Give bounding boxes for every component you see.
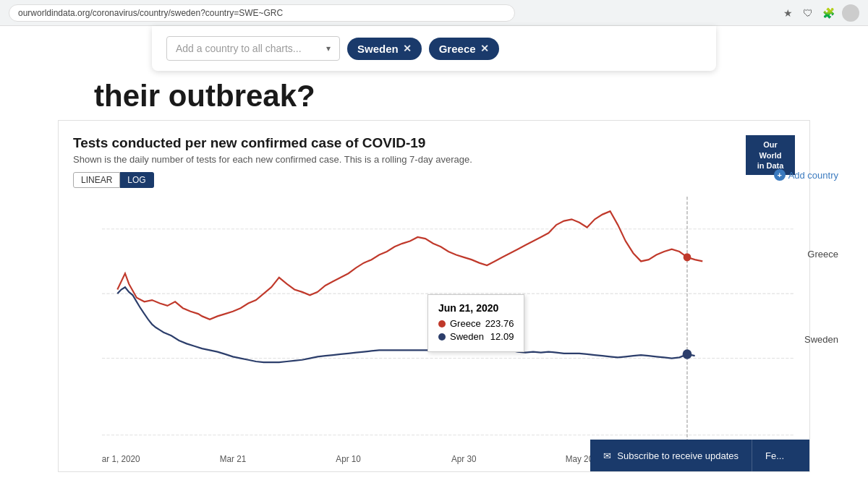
plus-icon: + (774, 169, 786, 181)
svg-point-9 (684, 254, 692, 262)
chart-tooltip: Jun 21, 2020 Greece 223.76 Sweden 12.09 (427, 294, 524, 352)
page-content: Add a country to all charts... ▾ Sweden … (0, 26, 868, 488)
chevron-down-icon: ▾ (326, 43, 331, 53)
sweden-dot (438, 333, 446, 341)
shield-icon[interactable]: 🛡 (801, 7, 814, 20)
add-country-label: Add country (788, 170, 838, 181)
svg-point-10 (683, 350, 692, 359)
chart-area: 1,000 100 10 1 Mar 1, 2020 Mar 21 Apr 10 (102, 197, 795, 471)
add-country-button[interactable]: + Add country (774, 169, 838, 181)
log-button[interactable]: LOG (120, 172, 153, 188)
subscribe-label: Subscribe to receive updates (617, 450, 739, 461)
tooltip-date: Jun 21, 2020 (438, 302, 514, 314)
chart-title: Tests conducted per new confirmed case o… (73, 135, 795, 151)
tooltip-greece-label: Greece (450, 318, 481, 329)
sweden-label: Sweden (357, 43, 399, 55)
sweden-tag[interactable]: Sweden ✕ (347, 38, 422, 60)
avatar[interactable] (842, 4, 859, 22)
feedback-label: Fe... (765, 450, 784, 461)
country-bar: Add a country to all charts... ▾ Sweden … (152, 26, 716, 71)
tooltip-sweden-value: 12.09 (490, 331, 514, 342)
bottom-bar: ✉ Subscribe to receive updates Fe... (59, 440, 809, 471)
greece-dot (438, 320, 446, 328)
feedback-button[interactable]: Fe... (752, 440, 809, 471)
browser-icons: ★ 🛡 🧩 (781, 4, 859, 22)
greece-label: Greece (439, 43, 476, 55)
chart-subtitle: Shown is the daily number of tests for e… (73, 154, 795, 165)
tooltip-row-sweden: Sweden 12.09 (438, 331, 514, 342)
greece-chart-label: Greece (807, 249, 838, 260)
puzzle-icon[interactable]: 🧩 (822, 7, 835, 20)
tooltip-sweden-label: Sweden (450, 331, 486, 342)
url-bar[interactable]: ourworldindata.org/coronavirus/country/s… (9, 4, 515, 22)
tooltip-row-greece: Greece 223.76 (438, 318, 514, 329)
add-country-placeholder: Add a country to all charts... (176, 43, 302, 54)
browser-chrome: ourworldindata.org/coronavirus/country/s… (0, 0, 868, 26)
sweden-remove-icon[interactable]: ✕ (403, 43, 412, 54)
page-heading: their outbreak? (0, 71, 868, 120)
linear-button[interactable]: LINEAR (73, 172, 120, 188)
scale-buttons: LINEAR LOG (73, 172, 795, 188)
greece-remove-icon[interactable]: ✕ (480, 43, 489, 54)
greece-tag[interactable]: Greece ✕ (429, 38, 499, 60)
star-icon[interactable]: ★ (781, 7, 794, 20)
add-country-input[interactable]: Add a country to all charts... ▾ (166, 36, 340, 61)
subscribe-button[interactable]: ✉ Subscribe to receive updates (590, 440, 752, 471)
chart-container: Tests conducted per new confirmed case o… (58, 120, 810, 472)
tooltip-greece-value: 223.76 (485, 318, 514, 329)
email-icon: ✉ (603, 450, 611, 461)
sweden-chart-label: Sweden (804, 334, 838, 345)
